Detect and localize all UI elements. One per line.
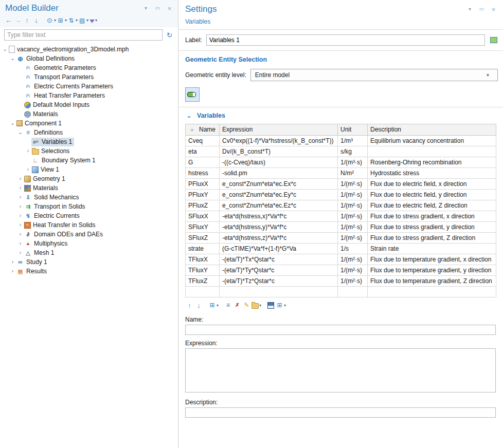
cell-name[interactable]: Cveq [186, 135, 220, 146]
load-from-file-button[interactable]: ▾ [252, 301, 261, 310]
cell-expression[interactable]: -(eta/T)*Tz*Qstar*c [220, 275, 338, 286]
cell-name[interactable]: TFluxZ [186, 275, 220, 286]
table-move-down-button[interactable]: ↓ [194, 301, 203, 310]
column-header-name[interactable]: »Name [186, 124, 220, 135]
tree-item-materials[interactable]: ›Materials [0, 183, 178, 193]
cell-name[interactable]: SFluxZ [186, 232, 220, 243]
cell-unit[interactable]: 1/(m²·s) [338, 211, 368, 221]
label-input[interactable] [206, 34, 485, 46]
cell-unit[interactable]: s/kg [338, 146, 368, 157]
name-input[interactable] [185, 325, 496, 335]
cell-unit[interactable]: 1/m³ [338, 135, 368, 146]
cell-name[interactable]: PFluxX [186, 178, 220, 189]
expand-icon[interactable]: › [17, 232, 24, 237]
description-input[interactable] [185, 407, 496, 418]
move-up-button[interactable]: ↑ [23, 15, 31, 25]
tree-item-mesh-1[interactable]: ›△Mesh 1 [0, 248, 178, 257]
show-button[interactable]: ⊙▾ [46, 15, 56, 25]
cell-expression[interactable]: -solid.pm [220, 167, 338, 178]
cell-unit[interactable] [338, 286, 368, 297]
cell-description[interactable]: Flux due to temperature gradient, y dire… [368, 265, 496, 275]
cell-description[interactable]: Flux due to stress gradient, y direction [368, 221, 496, 232]
cell-expression[interactable] [220, 286, 338, 297]
tree-item-view-1[interactable]: ›View 1 [0, 165, 178, 174]
column-header-expression[interactable]: Expression [220, 124, 338, 135]
filter-button[interactable]: ▾ [89, 15, 98, 25]
cell-description[interactable] [368, 146, 496, 157]
expand-icon[interactable]: › [9, 259, 16, 265]
cell-name[interactable]: TFluxY [186, 265, 220, 275]
tree-item-default-model-inputs[interactable]: Default Model Inputs [0, 100, 178, 109]
cell-unit[interactable]: 1/(m²·s) [338, 254, 368, 265]
tree-item-transport-in-solids[interactable]: ›⇉Transport in Solids [0, 202, 178, 211]
tree-item-heat-transfer-parameters[interactable]: PiHeat Transfer Parameters [0, 91, 178, 100]
tree-item-electric-currents[interactable]: ›↯Electric Currents [0, 211, 178, 220]
cell-unit[interactable]: 1/(m²·s) [338, 178, 368, 189]
cell-name[interactable] [186, 286, 220, 297]
tree-item-vacancy-electromigration-3dmodel-mph[interactable]: ⌄vacancy_electromigration_3Dmodel.mph [0, 45, 178, 54]
cell-description[interactable]: Hydrostatic stress [368, 167, 496, 178]
cell-description[interactable]: Strain rate [368, 243, 496, 254]
geometric-entity-level-select[interactable]: Entire model ▾ [250, 69, 498, 81]
cell-name[interactable]: PFluxY [186, 189, 220, 200]
panel-menu-button[interactable]: ▾ [465, 5, 474, 14]
tree-item-boundary-system-1[interactable]: ∟Boundary System 1 [0, 156, 178, 165]
forward-button[interactable]: → [13, 15, 22, 25]
cell-description[interactable]: Flux due to stress gradient, x direction [368, 211, 496, 221]
settings-subtitle[interactable]: Variables [178, 14, 503, 29]
tree-item-study-1[interactable]: ›∞Study 1 [0, 257, 178, 267]
tree-item-selections[interactable]: ›Selections [0, 146, 178, 156]
tree-item-geometric-parameters[interactable]: PiGeometric Parameters [0, 63, 178, 72]
cell-description[interactable]: Flux due to temperature gradient, Z dire… [368, 275, 496, 286]
expand-icon[interactable]: › [17, 241, 24, 246]
collapse-icon[interactable]: ⌄ [9, 56, 16, 61]
label-action-button[interactable] [489, 35, 498, 45]
cell-description[interactable] [368, 286, 496, 297]
refresh-filter-button[interactable]: ↻ [165, 30, 174, 40]
move-down-button[interactable]: ↓ [32, 15, 41, 25]
delete-rows-button[interactable]: ✗ [233, 301, 242, 310]
float-panel-button[interactable]: ▭ [477, 5, 486, 14]
table-settings-button[interactable]: ⊞▾ [276, 301, 286, 310]
cell-unit[interactable]: 1/s [338, 243, 368, 254]
column-header-unit[interactable]: Unit [338, 124, 368, 135]
cell-expression[interactable]: e_const*Znum*eta*ec.Ey*c [220, 189, 338, 200]
expand-icon[interactable]: › [17, 213, 24, 218]
cell-name[interactable]: eta [186, 146, 220, 157]
column-header-description[interactable]: Description [368, 124, 496, 135]
tree-item-global-definitions[interactable]: ⌄⊕Global Definitions [0, 54, 178, 63]
tree-item-geometry-1[interactable]: ›Geometry 1 [0, 174, 178, 183]
add-variables-button[interactable]: ⊞▾ [208, 301, 219, 310]
cell-name[interactable]: TFluxX [186, 254, 220, 265]
cell-expression[interactable]: -((c-Cveq)/taus) [220, 157, 338, 167]
cell-unit[interactable]: N/m² [338, 167, 368, 178]
edit-variable-button[interactable]: ✎ [242, 301, 251, 310]
close-panel-button[interactable]: × [489, 5, 498, 14]
tree-filter-input[interactable] [4, 29, 163, 41]
cell-name[interactable]: G [186, 157, 220, 167]
cell-description[interactable]: Flux due to electric field, x direction [368, 178, 496, 189]
cell-description[interactable]: Flux due to stress gradient, Z direction [368, 232, 496, 243]
cell-unit[interactable]: 1/(m³·s) [338, 157, 368, 167]
expand-icon[interactable]: › [17, 204, 24, 209]
cell-expression[interactable]: -eta*d(hstress,x)*Va*f*c [220, 211, 338, 221]
tree-item-results[interactable]: ›▦Results [0, 267, 178, 276]
cell-unit[interactable]: 1/(m²·s) [338, 189, 368, 200]
cell-name[interactable]: PFluxZ [186, 200, 220, 211]
cell-description[interactable]: Equilibrium vacancy concentration [368, 135, 496, 146]
tree-item-electric-currents-parameters[interactable]: PiElectric Currents Parameters [0, 82, 178, 91]
cell-unit[interactable]: 1/(m²·s) [338, 265, 368, 275]
expand-icon[interactable]: › [17, 195, 24, 200]
cell-name[interactable]: strate [186, 243, 220, 254]
cell-name[interactable]: hstress [186, 167, 220, 178]
expression-input[interactable] [185, 348, 496, 393]
insert-rows-button[interactable]: ≡ [224, 301, 232, 310]
expand-icon[interactable]: › [25, 148, 31, 154]
tree-item-solid-mechanics[interactable]: ›⇩Solid Mechanics [0, 193, 178, 202]
tree-item-domain-odes-and-daes[interactable]: ›∂Domain ODEs and DAEs [0, 230, 178, 239]
cell-expression[interactable]: -eta*d(hstress,y)*Va*f*c [220, 221, 338, 232]
expand-icon[interactable]: › [17, 222, 24, 228]
cell-expression[interactable]: -(eta/T)*Tx*Qstar*c [220, 254, 338, 265]
active-selection-toggle-button[interactable] [185, 87, 200, 102]
cell-name[interactable]: SFluxX [186, 211, 220, 221]
